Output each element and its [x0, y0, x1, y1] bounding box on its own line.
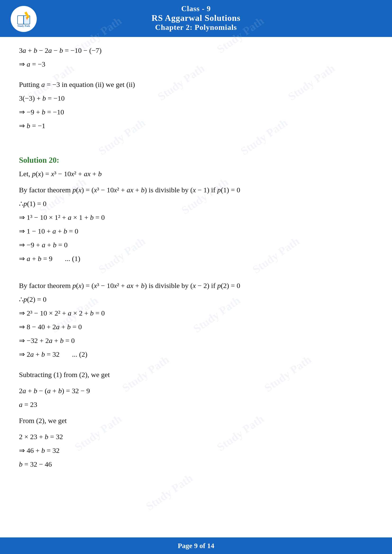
sol20-line-11: ⇒ 8 − 40 + 2a + b = 0 [19, 320, 373, 333]
sol20-line-3: ∴p(1) = 0 [19, 197, 373, 210]
line-top-3: Putting a = −3 in equation (ii) we get (… [19, 78, 373, 91]
svg-text:Study Path: Study Path [18, 24, 30, 27]
sol20-line-2: By factor theorem p(x) = (x³ − 10x² + ax… [19, 184, 373, 196]
page-footer: Page 9 of 14 [0, 537, 392, 554]
sol20-line-16: a = 23 [19, 398, 373, 411]
sol20-line-10: ⇒ 2³ − 10 × 2² + a × 2 + b = 0 [19, 307, 373, 319]
sol20-line-9: ∴p(2) = 0 [19, 293, 373, 306]
line-top-1: 3a + b − 2a − b = −10 − (−7) [19, 44, 373, 57]
logo: Study Path [5, 2, 43, 35]
sol20-line-15: 2a + b − (a + b) = 32 − 9 [19, 384, 373, 397]
solution-20-header: Solution 20: [19, 156, 373, 165]
sol20-line-12: ⇒ −32 + 2a + b = 0 [19, 334, 373, 347]
sol20-line-1: Let, p(x) = x³ − 10x² + ax + b [19, 167, 373, 180]
sol20-line-5: ⇒ 1 − 10 + a + b = 0 [19, 225, 373, 238]
sol20-line-19: ⇒ 46 + b = 32 [19, 444, 373, 457]
logo-circle: Study Path [11, 6, 37, 32]
header-line1: Class - 9 [2, 4, 390, 13]
line-top-6: ⇒ b = −1 [19, 119, 373, 132]
sol20-line-14: Subtracting (1) from (2), we get [19, 368, 373, 381]
logo-icon: Study Path [13, 8, 34, 30]
header-line3: Chapter 2: Polynomials [2, 23, 390, 32]
sol20-line-7: ⇒ a + b = 9 ... (1) [19, 252, 373, 265]
line-top-2: ⇒ a = −3 [19, 58, 373, 71]
sol20-line-20: b = 32 − 46 [19, 458, 373, 471]
sol20-line-17: From (2), we get [19, 414, 373, 427]
page-number: Page 9 of 14 [178, 542, 214, 549]
page-header: Study Path Class - 9 RS Aggarwal Solutio… [0, 0, 392, 37]
svg-rect-1 [18, 16, 23, 24]
sol20-line-8: By factor theorem p(x) = (x³ − 10x² + ax… [19, 279, 373, 292]
main-content: 3a + b − 2a − b = −10 − (−7) ⇒ a = −3 Pu… [0, 37, 392, 479]
line-top-5: ⇒ −9 + b = −10 [19, 106, 373, 118]
line-top-4: 3(−3) + b = −10 [19, 92, 373, 105]
header-line2: RS Aggarwal Solutions [2, 13, 390, 23]
sol20-line-18: 2 × 23 + b = 32 [19, 430, 373, 443]
sol20-line-13: ⇒ 2a + b = 32 ... (2) [19, 348, 373, 361]
sol20-line-4: ⇒ 1³ − 10 × 1² + a × 1 + b = 0 [19, 211, 373, 224]
sol20-line-6: ⇒ −9 + a + b = 0 [19, 238, 373, 251]
